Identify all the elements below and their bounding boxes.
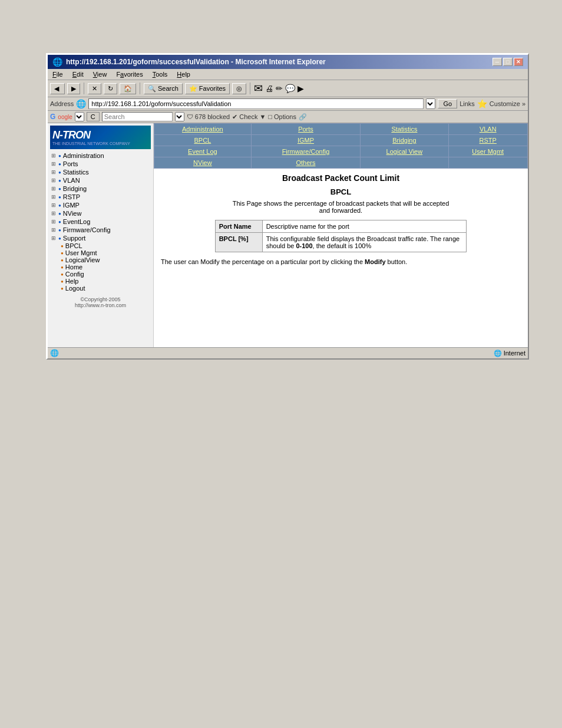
history-button[interactable]: ◎ xyxy=(232,83,246,94)
mail-icon: ✉ xyxy=(254,82,263,95)
nav-link-usermgmt[interactable]: User Mgmt xyxy=(472,148,504,155)
sidebar-link[interactable]: IGMP xyxy=(63,202,80,209)
menu-favorites[interactable]: Favorites xyxy=(114,70,145,78)
menu-view[interactable]: View xyxy=(91,70,110,78)
nav-table: Administration Ports Statistics VLAN BPC… xyxy=(154,123,528,169)
sidebar-item-vlan[interactable]: ⊞ ● VLAN xyxy=(50,176,151,185)
media-icon: ▶ xyxy=(297,84,304,93)
sidebar-link[interactable]: EventLog xyxy=(63,218,90,225)
sidebar-sub-usermgmt[interactable]: ● User Mgmt xyxy=(59,249,151,256)
nav-link-statistics[interactable]: Statistics xyxy=(391,126,417,133)
bullet-icon: ● xyxy=(58,219,61,225)
sidebar-link[interactable]: User Mgmt xyxy=(65,249,97,256)
nav-link-rstp[interactable]: RSTP xyxy=(480,137,497,144)
go-button[interactable]: Go xyxy=(438,99,457,108)
nav-link-ports[interactable]: Ports xyxy=(298,126,313,133)
sidebar-link[interactable]: Help xyxy=(65,278,79,285)
favorites-button[interactable]: ⭐ Favorites xyxy=(185,83,230,94)
status-internet: 🌐 Internet xyxy=(494,350,525,357)
bullet-icon: ● xyxy=(58,162,61,167)
sidebar-link[interactable]: Support xyxy=(63,235,86,242)
address-dropdown[interactable]: ▼ xyxy=(426,98,435,109)
nav-link-eventlog[interactable]: Event Log xyxy=(188,148,217,155)
maximize-button[interactable]: □ xyxy=(503,58,513,66)
nav-link-igmp[interactable]: IGMP xyxy=(297,137,314,144)
sidebar-sub-logout[interactable]: ● Logout xyxy=(59,285,151,292)
page-subtitle: BPCL xyxy=(161,187,521,196)
sidebar-link[interactable]: Config xyxy=(65,271,84,278)
sidebar-item-statistics[interactable]: ⊞ ● Statistics xyxy=(50,168,151,176)
menu-help[interactable]: Help xyxy=(174,70,193,78)
sidebar-link[interactable]: VLAN xyxy=(63,177,80,184)
sidebar-item-rstp[interactable]: ⊞ ● RSTP xyxy=(50,193,151,201)
page-title: Broadcast Packet Count Limit xyxy=(161,173,521,183)
sidebar-link[interactable]: Statistics xyxy=(63,169,89,176)
address-bar: Address 🌐 ▼ Go Links ⭐ Customize » xyxy=(48,97,528,111)
sidebar-sub-home[interactable]: ● Home xyxy=(59,263,151,271)
page-content: Broadcast Packet Count Limit BPCL This P… xyxy=(154,169,528,270)
nav-link-bpcl[interactable]: BPCL xyxy=(194,137,211,144)
google-search-dropdown[interactable]: ▼ xyxy=(175,112,184,121)
minimize-button[interactable]: ─ xyxy=(492,58,502,66)
google-refresh-btn[interactable]: C xyxy=(87,112,100,121)
internet-icon: 🌐 xyxy=(494,350,502,357)
sidebar-link[interactable]: Bridging xyxy=(63,185,87,192)
google-logo2: oogle xyxy=(58,114,72,120)
sidebar-item-igmp[interactable]: ⊞ ● IGMP xyxy=(50,201,151,209)
expand-icon: ⊞ xyxy=(51,177,56,183)
sidebar: N-TRON THE INDUSTRIAL NETWORK COMPANY ⊞ … xyxy=(48,123,154,347)
discuss-icon: 💬 xyxy=(285,84,295,93)
google-search-input[interactable] xyxy=(102,112,173,121)
sidebar-link[interactable]: Firmware/Config xyxy=(63,226,111,233)
sidebar-link[interactable]: LogicalView xyxy=(65,256,100,263)
nav-link-bridging[interactable]: Bridging xyxy=(392,137,416,144)
sidebar-item-support[interactable]: ⊞ ● Support xyxy=(50,234,151,242)
sidebar-item-administration[interactable]: ⊞ ● Administration xyxy=(50,151,151,160)
menu-file[interactable]: File xyxy=(50,70,65,78)
expand-icon: ⊞ xyxy=(51,194,56,200)
nav-link-vlan[interactable]: VLAN xyxy=(480,126,497,133)
nav-link-logicalview[interactable]: Logical View xyxy=(386,148,423,155)
nav-link-others[interactable]: Others xyxy=(296,159,315,166)
expand-icon: ⊞ xyxy=(51,161,56,167)
stop-button[interactable]: ✕ xyxy=(88,83,101,94)
menu-edit[interactable]: Edit xyxy=(70,70,86,78)
sidebar-link[interactable]: Home xyxy=(65,263,82,271)
menu-tools[interactable]: Tools xyxy=(150,70,170,78)
nav-link-firmware[interactable]: Firmware/Config xyxy=(282,148,330,155)
sidebar-item-bridging[interactable]: ⊞ ● Bridging xyxy=(50,185,151,193)
refresh-button[interactable]: ↻ xyxy=(104,83,117,94)
address-input[interactable] xyxy=(88,98,424,109)
sidebar-sub-logicalview[interactable]: ● LogicalView xyxy=(59,256,151,263)
options-label: □ Options xyxy=(268,113,296,120)
sidebar-item-firmware[interactable]: ⊞ ● Firmware/Config xyxy=(50,226,151,234)
sidebar-link[interactable]: NView xyxy=(63,210,82,217)
sidebar-link[interactable]: Logout xyxy=(65,285,85,292)
sidebar-link[interactable]: Administration xyxy=(63,152,104,159)
sidebar-link[interactable]: Ports xyxy=(63,160,78,167)
sidebar-sub-bpcl[interactable]: ● BPCL xyxy=(59,242,151,249)
back-button[interactable]: ◀ xyxy=(50,83,65,94)
page-description: This Page shows the percentage of broadc… xyxy=(161,200,521,214)
google-dropdown[interactable]: ▼ xyxy=(75,112,84,121)
bullet-orange-icon: ● xyxy=(61,243,64,249)
expand-icon: ⊞ xyxy=(51,202,56,208)
sidebar-item-eventlog[interactable]: ⊞ ● EventLog xyxy=(50,218,151,226)
sidebar-link[interactable]: RSTP xyxy=(63,193,80,200)
search-button[interactable]: 🔍 Search xyxy=(144,83,183,94)
browser-window: 🌐 http://192.168.1.201/goform/successful… xyxy=(46,53,529,360)
bullet-orange-icon: ● xyxy=(61,258,64,263)
toolbar-separator2 xyxy=(140,83,140,94)
forward-button[interactable]: ▶ xyxy=(67,83,80,94)
close-button[interactable]: ✕ xyxy=(514,58,523,66)
sidebar-item-nview[interactable]: ⊞ ● NView xyxy=(50,209,151,218)
sidebar-link[interactable]: BPCL xyxy=(65,242,82,249)
expand-icon: ⊞ xyxy=(51,235,56,241)
links-star-icon: ⭐ xyxy=(477,99,487,108)
sidebar-sub-help[interactable]: ● Help xyxy=(59,278,151,285)
home-button[interactable]: 🏠 xyxy=(120,83,136,94)
nav-link-administration[interactable]: Administration xyxy=(182,126,223,133)
sidebar-item-ports[interactable]: ⊞ ● Ports xyxy=(50,160,151,168)
nav-link-nview[interactable]: NView xyxy=(193,159,212,166)
sidebar-sub-config[interactable]: ● Config xyxy=(59,271,151,278)
